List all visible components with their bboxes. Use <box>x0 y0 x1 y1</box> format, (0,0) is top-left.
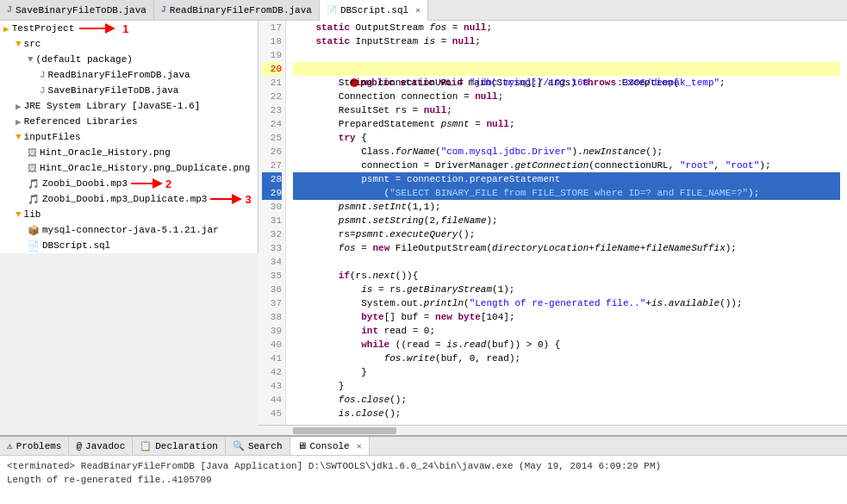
java-icon: J <box>7 5 12 15</box>
tab-read[interactable]: J ReadBinaryFileFromDB.java <box>154 0 320 20</box>
tree-item-hint1[interactable]: 🖼 Hint_Oracle_History.png <box>0 145 258 160</box>
folder-icon-lib: ▼ <box>16 209 22 220</box>
tab-declaration-label: Declaration <box>155 441 218 451</box>
code-content[interactable]: 171819 20 2122232425 2627 28 29 30313233… <box>258 21 847 425</box>
code-line-20: public static void main(String[] args) t… <box>293 62 840 76</box>
code-editor: 171819 20 2122232425 2627 28 29 30313233… <box>258 21 847 435</box>
console-icon: 🖥 <box>297 440 307 451</box>
mp3-icon-2: 🎵 <box>28 194 40 205</box>
code-line-30: psmnt.setInt(1,1); <box>293 200 840 214</box>
tree-item-reflibs[interactable]: ▶ Referenced Libraries <box>0 114 258 129</box>
problems-icon: ⚠ <box>7 440 13 451</box>
code-line-25: try { <box>293 131 840 145</box>
jar-icon: 📦 <box>28 225 40 236</box>
tree-item-jre[interactable]: ▶ JRE System Library [JavaSE-1.6] <box>0 98 258 114</box>
tree-item-savebinary[interactable]: J SaveBinaryFileToDB.java <box>0 83 258 98</box>
code-line-34 <box>293 255 840 269</box>
code-lines-content: static OutputStream fos = null; static I… <box>286 21 847 425</box>
bottom-tab-bar: ⚠ Problems @ Javadoc 📋 Declaration 🔍 Sea… <box>0 437 847 456</box>
annot-num-2: 2 <box>165 177 171 190</box>
code-line-41: fos.write(buf, 0, read); <box>293 352 840 365</box>
code-line-38: byte[] buf = new byte[104]; <box>293 310 840 324</box>
console-output: <terminated> ReadBinaryFileFromDB [Java … <box>0 456 847 504</box>
tree-item-mysql-jar[interactable]: 📦 mysql-connector-java-5.1.21.jar <box>0 222 258 238</box>
java-icon-2: J <box>161 5 166 15</box>
tab-db-close[interactable]: ✕ <box>415 5 420 16</box>
sql-icon: 📄 <box>327 5 337 16</box>
console-line-2: Length of re-generated file..4105709 <box>7 473 840 487</box>
tab-console[interactable]: 🖥 Console ✕ <box>290 437 370 455</box>
tab-javadoc-label: Javadoc <box>85 441 125 451</box>
tab-bar: J SaveBinaryFileToDB.java J ReadBinaryFi… <box>0 0 847 21</box>
code-line-31: psmnt.setString(2,fileName); <box>293 214 840 227</box>
tab-console-label: Console <box>310 441 350 451</box>
tab-db[interactable]: 📄 DBScript.sql ✕ <box>320 0 428 21</box>
project-icon: ▶ <box>3 23 9 34</box>
tab-save-label: SaveBinaryFileToDB.java <box>16 5 146 16</box>
code-line-29: ("SELECT BINARY_FILE from FILE_STORE whe… <box>293 186 840 200</box>
hscroll-thumb[interactable] <box>293 427 396 434</box>
java-file-icon-1: J <box>40 70 46 80</box>
annotation-1 <box>79 22 122 35</box>
declaration-icon: 📋 <box>140 440 152 451</box>
tab-search-label: Search <box>248 441 283 451</box>
code-line-44: fos.close(); <box>293 393 840 407</box>
tab-problems-label: Problems <box>16 441 62 451</box>
code-line-18: static InputStream is = null; <box>293 34 840 48</box>
code-line-33: fos = new FileOutputStream(directoryLoca… <box>293 241 840 255</box>
tree-item-src[interactable]: ▼ src <box>0 36 258 52</box>
tree-item-zoobi2[interactable]: 🎵 Zoobi_Doobi.mp3_Duplicate.mp3 3 <box>0 191 258 207</box>
code-line-35: if(rs.next()){ <box>293 269 840 283</box>
console-close-icon[interactable]: ✕ <box>357 441 362 451</box>
code-line-26: Class.forName("com.mysql.jdbc.Driver").n… <box>293 145 840 159</box>
code-line-45: is.close(); <box>293 407 840 420</box>
tree-item-dbscript[interactable]: 📄 DBScript.sql <box>0 238 258 253</box>
annot-num-1: 1 <box>122 22 128 35</box>
line-numbers: 171819 20 2122232425 2627 28 29 30313233… <box>258 21 286 425</box>
tab-problems[interactable]: ⚠ Problems <box>0 437 69 455</box>
code-line-27: connection = DriverManager.getConnection… <box>293 159 840 172</box>
folder-icon-input: ▼ <box>16 132 22 142</box>
tree-item-hint2[interactable]: 🖼 Hint_Oracle_History.png_Duplicate.png <box>0 160 258 176</box>
code-line-22: Connection connection = null; <box>293 90 840 103</box>
tab-read-label: ReadBinaryFileFromDB.java <box>170 5 312 16</box>
tab-declaration[interactable]: 📋 Declaration <box>133 437 226 455</box>
tree-item-testproject[interactable]: ▶ TestProject 1 <box>0 21 258 36</box>
img-icon-1: 🖼 <box>28 147 37 159</box>
tree-item-zoobi1[interactable]: 🎵 Zoobi_Doobi.mp3 2 <box>0 176 258 191</box>
package-icon: ▼ <box>28 54 34 65</box>
tab-db-label: DBScript.sql <box>340 5 408 16</box>
code-line-21: String connectionURL = "jdbc:mysql://192… <box>293 76 840 90</box>
tree-item-inputfiles[interactable]: ▼ inputFiles <box>0 129 258 145</box>
code-line-36: is = rs.getBinaryStream(1); <box>293 283 840 296</box>
reflib-icon: ▶ <box>16 116 22 128</box>
code-line-23: ResultSet rs = null; <box>293 103 840 117</box>
code-line-37: System.out.println("Length of re-generat… <box>293 296 840 310</box>
code-line-42: } <box>293 365 840 379</box>
tree-item-lib[interactable]: ▼ lib <box>0 207 258 222</box>
code-line-43: } <box>293 379 840 393</box>
jre-icon: ▶ <box>16 101 22 112</box>
annot-num-3: 3 <box>245 193 251 206</box>
sql-file-icon: 📄 <box>28 240 40 252</box>
code-line-40: while ((read = is.read(buf)) > 0) { <box>293 338 840 352</box>
img-icon-2: 🖼 <box>28 163 37 174</box>
code-line-19 <box>293 48 840 62</box>
search-icon: 🔍 <box>233 440 245 451</box>
tree-item-readbinary[interactable]: J ReadBinaryFileFromDB.java <box>0 67 258 83</box>
code-line-24: PreparedStatement psmnt = null; <box>293 117 840 131</box>
bottom-panel: ⚠ Problems @ Javadoc 📋 Declaration 🔍 Sea… <box>0 435 847 504</box>
javadoc-icon: @ <box>76 441 82 451</box>
code-line-39: int read = 0; <box>293 324 840 338</box>
tab-save[interactable]: J SaveBinaryFileToDB.java <box>0 0 154 20</box>
horizontal-scrollbar[interactable] <box>258 425 847 435</box>
file-explorer-wrapper: ▶ TestProject 1 ▼ <box>0 21 258 435</box>
tab-search[interactable]: 🔍 Search <box>226 437 290 455</box>
mp3-icon-1: 🎵 <box>28 178 40 190</box>
folder-icon-src: ▼ <box>16 39 22 49</box>
console-line-1: <terminated> ReadBinaryFileFromDB [Java … <box>7 459 840 473</box>
tab-javadoc[interactable]: @ Javadoc <box>69 437 133 455</box>
main-area: ▶ TestProject 1 ▼ <box>0 21 847 435</box>
file-explorer: ▶ TestProject 1 ▼ <box>0 21 258 253</box>
tree-item-default-package[interactable]: ▼ (default package) <box>0 52 258 67</box>
